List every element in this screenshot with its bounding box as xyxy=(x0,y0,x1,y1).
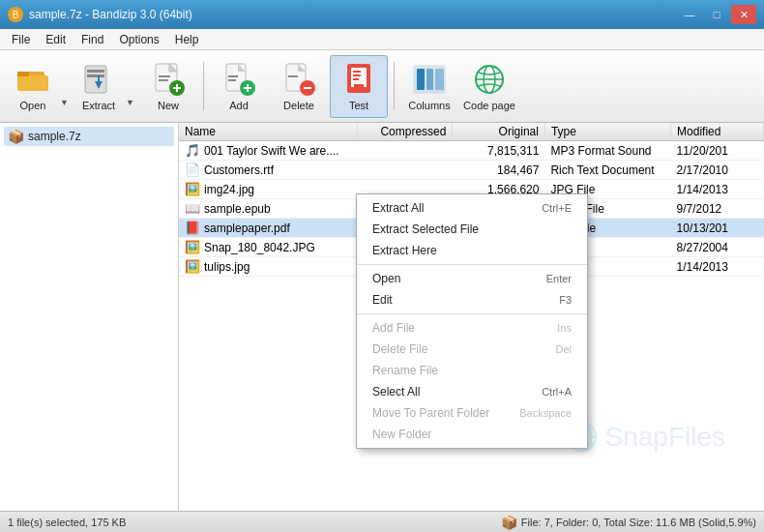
ctx-item-shortcut: Ctrl+E xyxy=(542,202,572,214)
file-type-icon: 🖼️ xyxy=(185,182,200,196)
svg-rect-2 xyxy=(17,72,29,76)
table-row[interactable]: 🎵001 Taylor Swift We are.... 7,815,311 M… xyxy=(179,141,764,161)
new-icon xyxy=(151,62,186,97)
cell-modified: 10/13/201 xyxy=(671,219,764,238)
open-label: Open xyxy=(20,100,46,111)
sidebar-item-sample7z[interactable]: 📦 sample.7z xyxy=(4,127,174,146)
svg-rect-30 xyxy=(353,71,361,73)
col-header-name[interactable]: Name xyxy=(179,123,358,141)
ctx-item-label: Extract Here xyxy=(372,244,437,257)
ctx-item-edit[interactable]: Edit F3 xyxy=(357,289,587,310)
table-row[interactable]: 📄Customers.rtf 184,467 Rich Text Documen… xyxy=(179,161,764,180)
delete-icon-svg xyxy=(281,62,316,97)
col-header-compressed[interactable]: Compressed xyxy=(358,123,453,141)
col-header-modified[interactable]: Modified xyxy=(671,123,764,141)
svg-rect-1 xyxy=(17,75,48,91)
cell-name: 🖼️Snap_180_8042.JPG xyxy=(179,238,358,257)
ctx-item-shortcut: Ins xyxy=(557,322,572,334)
menu-help[interactable]: Help xyxy=(167,29,207,49)
ctx-item-label: New Folder xyxy=(372,428,431,441)
menu-edit[interactable]: Edit xyxy=(38,29,73,49)
delete-button[interactable]: Delete xyxy=(270,55,328,118)
toolbar-sep-1 xyxy=(203,62,204,110)
ctx-item-label: Open xyxy=(372,272,400,285)
context-menu: Extract All Ctrl+E Extract Selected File… xyxy=(356,193,588,449)
svg-rect-19 xyxy=(228,79,236,81)
ctx-item-rename-file: Rename File xyxy=(357,360,587,381)
codepage-label: Code page xyxy=(463,100,515,111)
svg-rect-25 xyxy=(288,75,298,77)
close-button[interactable]: ✕ xyxy=(731,5,756,24)
col-header-original[interactable]: Original xyxy=(453,123,545,141)
svg-rect-36 xyxy=(426,69,433,90)
minimize-button[interactable]: — xyxy=(677,5,702,24)
cell-name: 📖sample.epub xyxy=(179,199,358,219)
col-header-type[interactable]: Type xyxy=(544,123,670,141)
file-type-icon: 📕 xyxy=(185,221,200,235)
ctx-item-open[interactable]: Open Enter xyxy=(357,268,587,289)
cell-compressed xyxy=(358,161,453,180)
svg-rect-12 xyxy=(159,79,168,81)
archive-icon: 📦 xyxy=(8,129,24,144)
menu-options[interactable]: Options xyxy=(111,29,166,49)
extract-dropdown-arrow[interactable]: ▼ xyxy=(124,55,137,118)
extract-button[interactable]: Extract xyxy=(73,55,124,118)
extract-label: Extract xyxy=(82,100,115,111)
ctx-item-select-all[interactable]: Select All Ctrl+A xyxy=(357,381,587,402)
cell-modified: 1/14/2013 xyxy=(671,180,764,199)
toolbar: Open ▼ Extract ▼ xyxy=(0,50,764,123)
new-icon-svg xyxy=(151,62,186,97)
window-title: sample.7z - Bandizip 3.0 (64bit) xyxy=(29,8,192,21)
menu-find[interactable]: Find xyxy=(73,29,111,49)
svg-rect-37 xyxy=(435,69,444,90)
svg-rect-5 xyxy=(87,74,104,77)
svg-rect-7 xyxy=(98,75,100,83)
ctx-item-move-to-parent-folder: Move To Parent Folder Backspace xyxy=(357,402,587,424)
maximize-button[interactable]: □ xyxy=(704,5,729,24)
test-icon xyxy=(341,62,376,97)
svg-rect-33 xyxy=(354,84,364,87)
svg-rect-27 xyxy=(304,87,311,89)
delete-label: Delete xyxy=(283,100,314,111)
ctx-item-extract-all[interactable]: Extract All Ctrl+E xyxy=(357,197,587,219)
codepage-button[interactable]: Code page xyxy=(460,55,518,118)
columns-icon-svg xyxy=(412,62,447,97)
title-bar: B sample.7z - Bandizip 3.0 (64bit) — □ ✕ xyxy=(0,0,764,29)
sidebar-item-label: sample.7z xyxy=(28,130,81,143)
extract-split-button: Extract ▼ xyxy=(73,55,137,118)
cell-type: MP3 Format Sound xyxy=(544,141,670,161)
test-icon-svg xyxy=(341,62,376,97)
cell-type: Rich Text Document xyxy=(544,161,670,180)
columns-button[interactable]: Columns xyxy=(400,55,458,118)
svg-rect-11 xyxy=(159,75,170,77)
ctx-item-extract-here[interactable]: Extract Here xyxy=(357,240,587,261)
ctx-item-label: Add File xyxy=(372,321,415,335)
cell-name: 🖼️tulips.jpg xyxy=(179,257,358,277)
add-button[interactable]: Add xyxy=(210,55,268,118)
open-dropdown-arrow[interactable]: ▼ xyxy=(58,55,72,118)
sidebar: 📦 sample.7z xyxy=(0,123,179,511)
ctx-item-shortcut: Ctrl+A xyxy=(542,386,572,398)
cell-name: 📕samplepaper.pdf xyxy=(179,219,358,238)
ctx-item-shortcut: Backspace xyxy=(519,407,572,419)
columns-label: Columns xyxy=(408,100,450,111)
columns-icon xyxy=(412,62,447,97)
ctx-item-delete-file: Delete File Del xyxy=(357,339,587,360)
open-button[interactable]: Open xyxy=(8,55,58,118)
ctx-item-label: Extract All xyxy=(372,201,424,215)
new-label: New xyxy=(158,100,179,111)
ctx-item-extract-selected-file[interactable]: Extract Selected File xyxy=(357,219,587,240)
cell-compressed xyxy=(358,141,453,161)
ctx-item-shortcut: F3 xyxy=(559,294,572,306)
test-button[interactable]: Test xyxy=(330,55,388,118)
watermark: 🌐 SnapFiles xyxy=(565,421,725,453)
ctx-item-label: Edit xyxy=(372,293,393,307)
svg-rect-35 xyxy=(417,69,425,90)
status-bar: 1 file(s) selected, 175 KB 📦 File: 7, Fo… xyxy=(0,511,764,532)
add-icon-svg xyxy=(221,62,256,97)
status-bar-right: 📦 File: 7, Folder: 0, Total Size: 11.6 M… xyxy=(501,515,756,530)
menu-file[interactable]: File xyxy=(4,29,38,49)
ctx-item-label: Extract Selected File xyxy=(372,222,479,236)
new-button[interactable]: New xyxy=(139,55,197,118)
window-controls: — □ ✕ xyxy=(677,5,756,24)
